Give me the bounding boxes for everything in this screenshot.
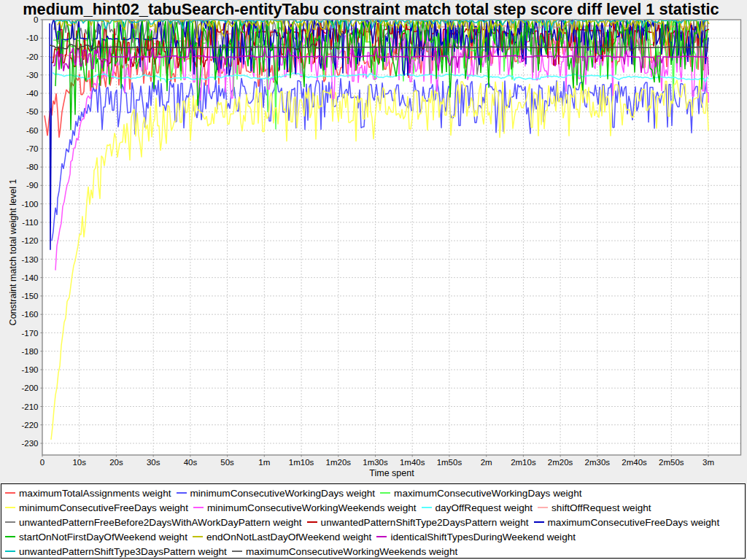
svg-text:-60: -60: [26, 126, 39, 135]
svg-text:30s: 30s: [147, 458, 160, 467]
svg-text:1m20s: 1m20s: [326, 458, 352, 467]
svg-text:-100: -100: [21, 200, 38, 209]
svg-text:-230: -230: [21, 439, 38, 448]
svg-text:3m: 3m: [703, 458, 714, 467]
svg-text:1m40s: 1m40s: [400, 458, 425, 467]
svg-text:-10: -10: [26, 34, 39, 42]
svg-text:20s: 20s: [109, 458, 123, 467]
svg-text:2m50s: 2m50s: [659, 458, 684, 467]
svg-text:-180: -180: [21, 347, 38, 356]
svg-text:1m50s: 1m50s: [437, 458, 462, 467]
svg-text:-210: -210: [21, 402, 38, 411]
svg-text:40s: 40s: [184, 458, 198, 467]
svg-text:2m40s: 2m40s: [622, 458, 647, 467]
svg-text:-190: -190: [21, 365, 38, 374]
svg-text:-90: -90: [26, 181, 39, 190]
svg-text:-120: -120: [21, 236, 38, 245]
svg-text:-150: -150: [21, 292, 38, 300]
svg-text:medium_hint02_tabuSearch-entit: medium_hint02_tabuSearch-entityTabu cons…: [23, 0, 719, 18]
svg-text:1m10s: 1m10s: [289, 458, 314, 467]
svg-text:1m: 1m: [258, 458, 270, 467]
svg-text:-140: -140: [21, 273, 38, 282]
svg-text:-130: -130: [21, 255, 38, 264]
svg-text:-20: -20: [26, 52, 39, 61]
svg-text:2m20s: 2m20s: [548, 458, 573, 467]
svg-text:-70: -70: [26, 144, 39, 153]
svg-text:-40: -40: [26, 89, 39, 98]
svg-text:-200: -200: [21, 384, 38, 392]
svg-text:Constraint match total weight: Constraint match total weight level 1: [8, 179, 18, 326]
svg-text:2m30s: 2m30s: [585, 458, 611, 467]
svg-text:0: 0: [40, 458, 44, 467]
svg-text:-160: -160: [21, 310, 38, 319]
svg-text:Time spent: Time spent: [369, 468, 414, 478]
svg-text:-220: -220: [21, 421, 38, 429]
svg-text:10s: 10s: [72, 458, 86, 467]
svg-text:2m10s: 2m10s: [511, 458, 536, 467]
svg-text:-50: -50: [26, 107, 39, 116]
svg-text:50s: 50s: [220, 458, 234, 467]
svg-text:-110: -110: [22, 218, 38, 227]
svg-text:2m: 2m: [481, 458, 492, 467]
svg-text:1m30s: 1m30s: [363, 458, 388, 467]
svg-text:-80: -80: [26, 163, 39, 171]
svg-text:-30: -30: [26, 71, 39, 79]
svg-text:-170: -170: [21, 329, 38, 338]
